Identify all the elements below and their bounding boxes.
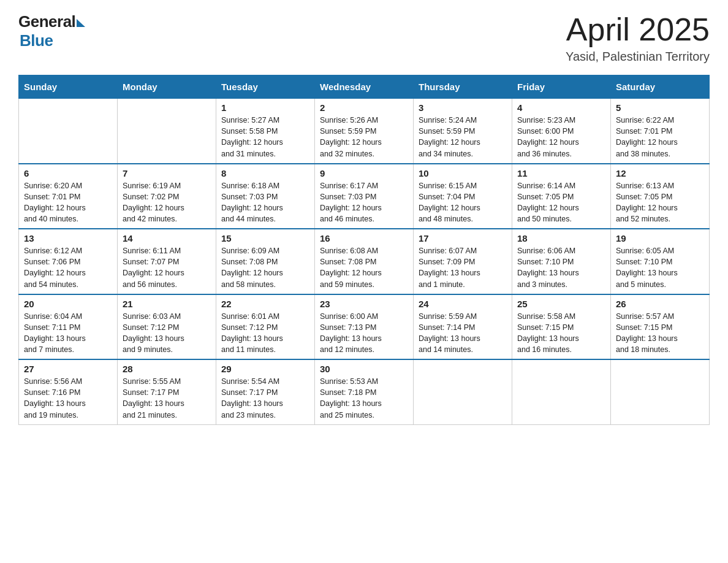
day-info: Sunrise: 6:00 AMSunset: 7:13 PMDaylight:… (320, 311, 408, 356)
day-number: 4 (517, 102, 605, 113)
calendar-cell: 2Sunrise: 5:26 AMSunset: 5:59 PMDaylight… (315, 99, 414, 164)
day-number: 7 (123, 168, 211, 178)
calendar-cell: 4Sunrise: 5:23 AMSunset: 6:00 PMDaylight… (512, 99, 611, 164)
calendar-cell: 24Sunrise: 5:59 AMSunset: 7:14 PMDayligh… (414, 294, 512, 360)
day-number: 20 (24, 299, 112, 309)
day-info: Sunrise: 6:09 AMSunset: 7:08 PMDaylight:… (221, 245, 309, 290)
calendar-header-tuesday: Tuesday (216, 75, 315, 99)
day-info: Sunrise: 6:12 AMSunset: 7:06 PMDaylight:… (24, 245, 112, 290)
calendar-cell: 13Sunrise: 6:12 AMSunset: 7:06 PMDayligh… (19, 229, 118, 294)
calendar-cell: 17Sunrise: 6:07 AMSunset: 7:09 PMDayligh… (414, 229, 512, 294)
day-info: Sunrise: 5:59 AMSunset: 7:14 PMDaylight:… (419, 311, 507, 356)
day-info: Sunrise: 5:55 AMSunset: 7:17 PMDaylight:… (123, 376, 211, 421)
logo-blue-text: Blue (20, 31, 53, 50)
calendar-cell: 7Sunrise: 6:19 AMSunset: 7:02 PMDaylight… (118, 164, 216, 229)
calendar-week-row: 20Sunrise: 6:04 AMSunset: 7:11 PMDayligh… (19, 294, 710, 360)
calendar-cell: 14Sunrise: 6:11 AMSunset: 7:07 PMDayligh… (118, 229, 216, 294)
calendar-cell: 20Sunrise: 6:04 AMSunset: 7:11 PMDayligh… (19, 294, 118, 360)
calendar-week-row: 6Sunrise: 6:20 AMSunset: 7:01 PMDaylight… (19, 164, 710, 229)
day-number: 25 (517, 299, 605, 309)
day-info: Sunrise: 5:53 AMSunset: 7:18 PMDaylight:… (320, 376, 408, 421)
day-number: 27 (24, 364, 112, 374)
day-info: Sunrise: 6:13 AMSunset: 7:05 PMDaylight:… (616, 180, 704, 225)
logo-arrow-icon (77, 19, 85, 27)
calendar-cell: 5Sunrise: 6:22 AMSunset: 7:01 PMDaylight… (611, 99, 710, 164)
day-info: Sunrise: 5:56 AMSunset: 7:16 PMDaylight:… (24, 376, 112, 421)
day-info: Sunrise: 6:20 AMSunset: 7:01 PMDaylight:… (24, 180, 112, 225)
calendar-cell: 3Sunrise: 5:24 AMSunset: 5:59 PMDaylight… (414, 99, 512, 164)
day-number: 1 (221, 102, 309, 113)
calendar-cell: 18Sunrise: 6:06 AMSunset: 7:10 PMDayligh… (512, 229, 611, 294)
day-info: Sunrise: 6:06 AMSunset: 7:10 PMDaylight:… (517, 245, 605, 290)
calendar-cell (414, 359, 512, 424)
day-info: Sunrise: 6:22 AMSunset: 7:01 PMDaylight:… (616, 115, 704, 159)
calendar-cell: 1Sunrise: 5:27 AMSunset: 5:58 PMDaylight… (216, 99, 315, 164)
calendar-cell: 12Sunrise: 6:13 AMSunset: 7:05 PMDayligh… (611, 164, 710, 229)
calendar-cell: 22Sunrise: 6:01 AMSunset: 7:12 PMDayligh… (216, 294, 315, 360)
calendar-header-thursday: Thursday (414, 75, 512, 99)
day-number: 5 (616, 102, 704, 113)
day-info: Sunrise: 6:07 AMSunset: 7:09 PMDaylight:… (419, 245, 507, 290)
day-number: 9 (320, 168, 408, 178)
day-number: 11 (517, 168, 605, 178)
day-info: Sunrise: 6:17 AMSunset: 7:03 PMDaylight:… (320, 180, 408, 225)
day-number: 21 (123, 299, 211, 309)
location-title: Yasid, Palestinian Territory (566, 50, 710, 64)
calendar-header-friday: Friday (512, 75, 611, 99)
day-number: 26 (616, 299, 704, 309)
calendar-cell: 8Sunrise: 6:18 AMSunset: 7:03 PMDaylight… (216, 164, 315, 229)
calendar-cell: 25Sunrise: 5:58 AMSunset: 7:15 PMDayligh… (512, 294, 611, 360)
day-number: 12 (616, 168, 704, 178)
day-number: 15 (221, 233, 309, 243)
day-info: Sunrise: 6:14 AMSunset: 7:05 PMDaylight:… (517, 180, 605, 225)
calendar-cell: 30Sunrise: 5:53 AMSunset: 7:18 PMDayligh… (315, 359, 414, 424)
calendar-cell (512, 359, 611, 424)
calendar-cell (19, 99, 118, 164)
month-title: April 2025 (566, 12, 710, 47)
calendar-cell: 27Sunrise: 5:56 AMSunset: 7:16 PMDayligh… (19, 359, 118, 424)
day-info: Sunrise: 6:08 AMSunset: 7:08 PMDaylight:… (320, 245, 408, 290)
calendar-cell: 21Sunrise: 6:03 AMSunset: 7:12 PMDayligh… (118, 294, 216, 360)
day-number: 8 (221, 168, 309, 178)
calendar-cell: 28Sunrise: 5:55 AMSunset: 7:17 PMDayligh… (118, 359, 216, 424)
day-info: Sunrise: 5:54 AMSunset: 7:17 PMDaylight:… (221, 376, 309, 421)
calendar-week-row: 27Sunrise: 5:56 AMSunset: 7:16 PMDayligh… (19, 359, 710, 424)
day-number: 30 (320, 364, 408, 374)
calendar-header-saturday: Saturday (611, 75, 710, 99)
day-number: 6 (24, 168, 112, 178)
day-info: Sunrise: 6:01 AMSunset: 7:12 PMDaylight:… (221, 311, 309, 356)
day-number: 17 (419, 233, 507, 243)
day-number: 23 (320, 299, 408, 309)
day-number: 14 (123, 233, 211, 243)
day-number: 19 (616, 233, 704, 243)
day-info: Sunrise: 6:15 AMSunset: 7:04 PMDaylight:… (419, 180, 507, 225)
day-number: 16 (320, 233, 408, 243)
calendar-cell: 9Sunrise: 6:17 AMSunset: 7:03 PMDaylight… (315, 164, 414, 229)
calendar-header-monday: Monday (118, 75, 216, 99)
day-number: 2 (320, 102, 408, 113)
calendar-cell: 23Sunrise: 6:00 AMSunset: 7:13 PMDayligh… (315, 294, 414, 360)
logo-general-text: General (18, 12, 75, 31)
day-info: Sunrise: 5:26 AMSunset: 5:59 PMDaylight:… (320, 115, 408, 159)
day-info: Sunrise: 6:19 AMSunset: 7:02 PMDaylight:… (123, 180, 211, 225)
calendar-cell: 15Sunrise: 6:09 AMSunset: 7:08 PMDayligh… (216, 229, 315, 294)
day-info: Sunrise: 6:11 AMSunset: 7:07 PMDaylight:… (123, 245, 211, 290)
calendar-week-row: 13Sunrise: 6:12 AMSunset: 7:06 PMDayligh… (19, 229, 710, 294)
calendar-cell: 19Sunrise: 6:05 AMSunset: 7:10 PMDayligh… (611, 229, 710, 294)
calendar-header-row: SundayMondayTuesdayWednesdayThursdayFrid… (19, 75, 710, 99)
day-info: Sunrise: 6:18 AMSunset: 7:03 PMDaylight:… (221, 180, 309, 225)
day-info: Sunrise: 5:58 AMSunset: 7:15 PMDaylight:… (517, 311, 605, 356)
day-number: 22 (221, 299, 309, 309)
day-info: Sunrise: 6:03 AMSunset: 7:12 PMDaylight:… (123, 311, 211, 356)
calendar-cell: 11Sunrise: 6:14 AMSunset: 7:05 PMDayligh… (512, 164, 611, 229)
day-info: Sunrise: 5:57 AMSunset: 7:15 PMDaylight:… (616, 311, 704, 356)
calendar-week-row: 1Sunrise: 5:27 AMSunset: 5:58 PMDaylight… (19, 99, 710, 164)
calendar-header-sunday: Sunday (19, 75, 118, 99)
day-number: 18 (517, 233, 605, 243)
day-number: 10 (419, 168, 507, 178)
day-number: 29 (221, 364, 309, 374)
calendar-cell: 16Sunrise: 6:08 AMSunset: 7:08 PMDayligh… (315, 229, 414, 294)
calendar-cell (611, 359, 710, 424)
logo: General Blue (18, 12, 85, 50)
day-info: Sunrise: 5:27 AMSunset: 5:58 PMDaylight:… (221, 115, 309, 159)
